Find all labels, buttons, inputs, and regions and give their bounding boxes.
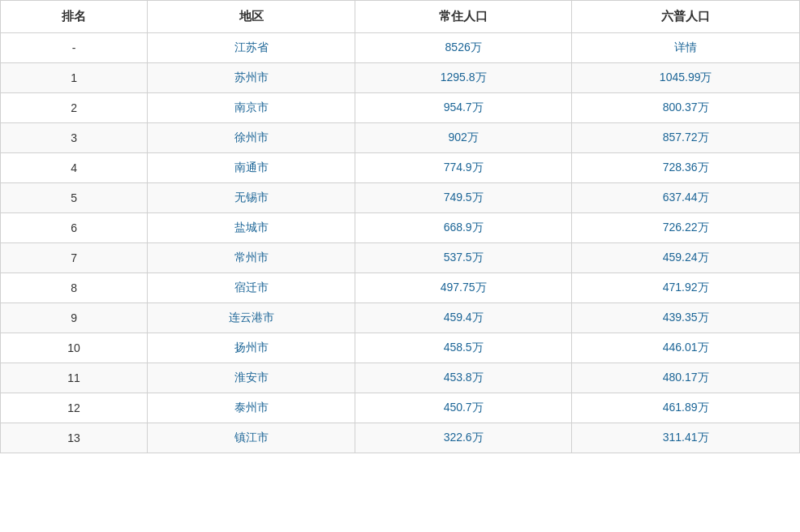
cell-sixth-census: 637.44万: [572, 183, 800, 213]
table-row: 2南京市954.7万800.37万: [1, 93, 800, 123]
cell-region: 宿迁市: [148, 273, 355, 303]
cell-region: 南通市: [148, 153, 355, 183]
cell-rank: 8: [1, 273, 148, 303]
cell-sixth-census[interactable]: 详情: [572, 33, 800, 63]
cell-resident-pop: 459.4万: [355, 303, 571, 333]
cell-region: 江苏省: [148, 33, 355, 63]
cell-sixth-census: 446.01万: [572, 333, 800, 363]
cell-sixth-census: 1045.99万: [572, 63, 800, 93]
cell-rank: 3: [1, 123, 148, 153]
table-row: 7常州市537.5万459.24万: [1, 243, 800, 273]
cell-resident-pop: 322.6万: [355, 423, 571, 453]
cell-rank: 11: [1, 363, 148, 393]
header-sixth-census: 六普人口: [572, 1, 800, 33]
cell-resident-pop: 954.7万: [355, 93, 571, 123]
cell-rank: -: [1, 33, 148, 63]
table-row: 13镇江市322.6万311.41万: [1, 423, 800, 453]
cell-resident-pop: 497.75万: [355, 273, 571, 303]
header-rank: 排名: [1, 1, 148, 33]
table-row: 5无锡市749.5万637.44万: [1, 183, 800, 213]
cell-rank: 10: [1, 333, 148, 363]
cell-sixth-census: 471.92万: [572, 273, 800, 303]
table-row: 8宿迁市497.75万471.92万: [1, 273, 800, 303]
cell-resident-pop: 1295.8万: [355, 63, 571, 93]
table-row: 4南通市774.9万728.36万: [1, 153, 800, 183]
cell-sixth-census: 439.35万: [572, 303, 800, 333]
table-row: 11淮安市453.8万480.17万: [1, 363, 800, 393]
cell-rank: 5: [1, 183, 148, 213]
cell-resident-pop: 8526万: [355, 33, 571, 63]
cell-resident-pop: 668.9万: [355, 213, 571, 243]
cell-rank: 9: [1, 303, 148, 333]
cell-sixth-census: 480.17万: [572, 363, 800, 393]
cell-region: 淮安市: [148, 363, 355, 393]
cell-resident-pop: 749.5万: [355, 183, 571, 213]
cell-resident-pop: 774.9万: [355, 153, 571, 183]
cell-rank: 7: [1, 243, 148, 273]
cell-resident-pop: 453.8万: [355, 363, 571, 393]
cell-region: 泰州市: [148, 393, 355, 423]
population-table: 排名 地区 常住人口 六普人口 -江苏省8526万详情1苏州市1295.8万10…: [0, 0, 800, 453]
table-header-row: 排名 地区 常住人口 六普人口: [1, 1, 800, 33]
table-row: 1苏州市1295.8万1045.99万: [1, 63, 800, 93]
cell-region: 盐城市: [148, 213, 355, 243]
cell-region: 南京市: [148, 93, 355, 123]
cell-region: 苏州市: [148, 63, 355, 93]
cell-sixth-census: 728.36万: [572, 153, 800, 183]
table-container: 排名 地区 常住人口 六普人口 -江苏省8526万详情1苏州市1295.8万10…: [0, 0, 800, 532]
header-resident-pop: 常住人口: [355, 1, 571, 33]
cell-sixth-census: 461.89万: [572, 393, 800, 423]
table-row: 3徐州市902万857.72万: [1, 123, 800, 153]
cell-rank: 12: [1, 393, 148, 423]
cell-region: 常州市: [148, 243, 355, 273]
cell-resident-pop: 902万: [355, 123, 571, 153]
cell-sixth-census: 311.41万: [572, 423, 800, 453]
cell-sixth-census: 800.37万: [572, 93, 800, 123]
cell-resident-pop: 458.5万: [355, 333, 571, 363]
cell-region: 镇江市: [148, 423, 355, 453]
header-region: 地区: [148, 1, 355, 33]
cell-sixth-census: 459.24万: [572, 243, 800, 273]
cell-resident-pop: 450.7万: [355, 393, 571, 423]
table-row: 12泰州市450.7万461.89万: [1, 393, 800, 423]
cell-resident-pop: 537.5万: [355, 243, 571, 273]
cell-region: 徐州市: [148, 123, 355, 153]
cell-sixth-census: 857.72万: [572, 123, 800, 153]
cell-rank: 4: [1, 153, 148, 183]
table-row: 9连云港市459.4万439.35万: [1, 303, 800, 333]
cell-rank: 6: [1, 213, 148, 243]
cell-region: 无锡市: [148, 183, 355, 213]
cell-sixth-census: 726.22万: [572, 213, 800, 243]
table-row: 6盐城市668.9万726.22万: [1, 213, 800, 243]
table-row: -江苏省8526万详情: [1, 33, 800, 63]
table-row: 10扬州市458.5万446.01万: [1, 333, 800, 363]
cell-region: 扬州市: [148, 333, 355, 363]
cell-region: 连云港市: [148, 303, 355, 333]
cell-rank: 2: [1, 93, 148, 123]
cell-rank: 1: [1, 63, 148, 93]
cell-rank: 13: [1, 423, 148, 453]
